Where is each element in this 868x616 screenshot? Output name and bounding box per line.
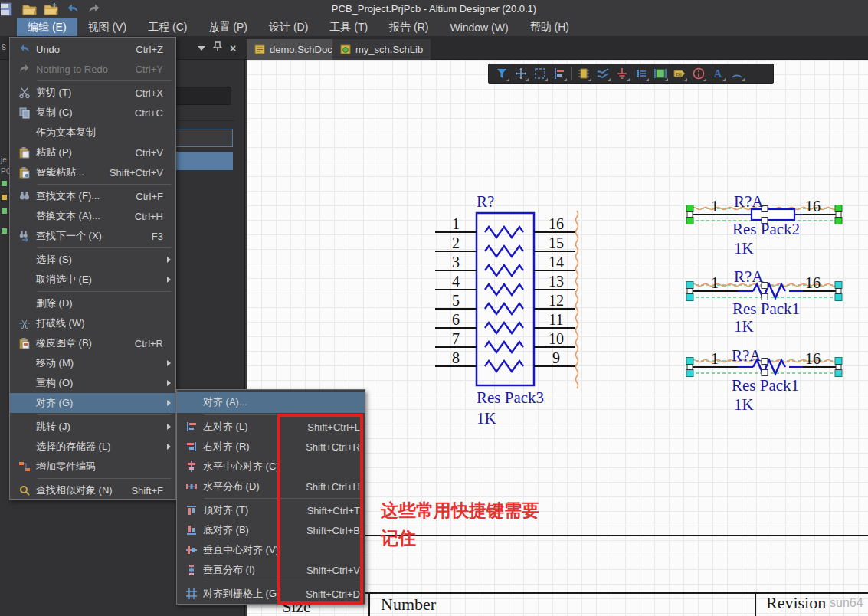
place-part-body-icon[interactable]	[650, 64, 670, 83]
panel-tab-fragment: s	[2, 41, 6, 52]
increment-part-icon	[13, 460, 36, 473]
annotation-highlight-rectangle	[277, 414, 363, 605]
menu-item-find-next[interactable]: 查找下一个 (X)F3	[10, 226, 175, 246]
svg-text:4: 4	[452, 273, 460, 290]
align-top-icon	[180, 504, 203, 516]
menubar-project[interactable]: 工程 (C)	[137, 18, 198, 36]
menu-separator	[38, 291, 171, 292]
menu-item-increment-part-number[interactable]: 增加零件编码	[10, 457, 175, 477]
error-squiggle	[576, 211, 578, 388]
menu-item-redo[interactable]: Nothing to RedoCtrl+Y	[10, 59, 175, 79]
pin-number-left: 1	[711, 274, 719, 291]
menu-item-smart-paste[interactable]: 智能粘贴...Shift+Ctrl+V	[10, 162, 175, 182]
menu-item-copy[interactable]: 复制 (C)Ctrl+C	[10, 103, 175, 123]
component-comment[interactable]: Res Pack1	[732, 300, 800, 319]
component-res-pack3[interactable]: R? 1 2 3 4	[429, 192, 590, 431]
document-icon	[2, 208, 7, 214]
component-value[interactable]: 1K	[734, 395, 754, 414]
menu-item-selection-memory[interactable]: 选择的存储器 (L)	[10, 437, 175, 457]
place-part-icon[interactable]	[574, 64, 593, 83]
panel-edge-fragment: je	[1, 156, 7, 164]
document-icon	[2, 195, 7, 200]
menu-item-refactor[interactable]: 重构 (O)	[10, 373, 175, 393]
place-wire-icon[interactable]	[593, 64, 612, 83]
menu-item-jump[interactable]: 跳转 (J)	[10, 417, 175, 437]
select-area-icon[interactable]	[530, 64, 549, 83]
submenu-arrow-icon	[163, 360, 171, 366]
svg-text:6: 6	[452, 311, 460, 328]
svg-text:7: 7	[452, 330, 460, 347]
menu-item-align[interactable]: 对齐 (G)	[10, 393, 175, 413]
menu-item-replace-text[interactable]: 替换文本 (A)...Ctrl+H	[10, 206, 175, 226]
menu-separator	[38, 80, 171, 81]
menubar-edit[interactable]: 编辑 (E)	[17, 18, 77, 36]
pin-number-right: 16	[805, 274, 821, 291]
menu-item-deselect[interactable]: 取消选中 (E)	[10, 270, 175, 290]
align-hcenter-icon	[180, 460, 203, 473]
edit-menu: UndoCtrl+Z Nothing to RedoCtrl+Y 剪切 (T)C…	[9, 37, 176, 500]
place-net-label-icon[interactable]: D1	[670, 64, 689, 83]
svg-text:8: 8	[452, 349, 460, 366]
active-bar: D1 A	[488, 64, 774, 84]
component-comment[interactable]: Res Pack2	[732, 220, 800, 239]
menu-item-delete[interactable]: 删除 (D)	[10, 293, 175, 313]
place-no-erc-icon[interactable]	[689, 64, 708, 83]
menubar-design[interactable]: 设计 (D)	[258, 18, 319, 36]
menu-item-align-dialog[interactable]: 对齐 (A)...	[177, 392, 365, 413]
filter-icon[interactable]	[492, 64, 511, 83]
align-right-icon	[180, 441, 203, 453]
component-comment[interactable]: Res Pack1	[732, 376, 799, 395]
component-value[interactable]: 1K	[734, 239, 754, 258]
component-value[interactable]: 1K	[734, 317, 754, 336]
place-text-icon[interactable]: A	[708, 64, 727, 83]
component-designator[interactable]: R?A	[734, 267, 764, 287]
submenu-arrow-icon	[163, 400, 171, 406]
find-text-icon	[13, 190, 36, 202]
svg-text:2: 2	[452, 234, 460, 251]
menubar-reports[interactable]: 报告 (R)	[378, 18, 439, 36]
annotation-line1: 这些常用快捷键需要	[381, 499, 539, 523]
altium-designer-window: PCB_Project.PrjPcb - Altium Designer (20…	[0, 0, 868, 616]
tab-demo-schdoc[interactable]: demo.SchDoc *	[247, 39, 346, 60]
distribute-horizontal-icon	[180, 480, 203, 493]
panel-close-icon[interactable]: ×	[230, 44, 236, 53]
component-designator[interactable]: R?A	[732, 346, 762, 365]
svg-text:10: 10	[549, 330, 564, 347]
menu-item-paste[interactable]: 粘贴 (P)Ctrl+V	[10, 143, 175, 162]
component-designator[interactable]: R?A	[734, 192, 764, 211]
respack3-designator: R?	[477, 192, 494, 211]
menu-item-copy-as-text[interactable]: 作为文本复制	[10, 123, 175, 143]
schlib-icon	[340, 44, 351, 54]
place-arc-icon[interactable]	[727, 64, 746, 83]
menu-item-find-similar-objects[interactable]: 查找相似对象 (N)Shift+F	[10, 480, 175, 500]
menu-item-break-wire[interactable]: 打破线 (W)	[10, 313, 175, 333]
cut-icon	[13, 87, 36, 99]
place-power-port-icon[interactable]	[612, 64, 631, 83]
respack3-resistors	[485, 227, 523, 372]
menu-item-select[interactable]: 选择 (S)	[10, 250, 175, 270]
menu-item-move[interactable]: 移动 (M)	[10, 353, 175, 373]
svg-text:14: 14	[549, 254, 564, 270]
align-icon[interactable]	[549, 64, 568, 83]
document-icon	[2, 181, 7, 186]
menubar-help[interactable]: 帮助 (H)	[519, 18, 580, 36]
svg-text:11: 11	[549, 311, 563, 328]
menu-item-rubber-stamp[interactable]: 橡皮图章 (B)Ctrl+R	[10, 333, 175, 353]
menu-item-cut[interactable]: 剪切 (T)Ctrl+X	[10, 83, 175, 103]
svg-text:13: 13	[549, 273, 564, 290]
tab-my-sch-schlib[interactable]: my_sch.SchLib	[332, 39, 431, 60]
menubar-tools[interactable]: 工具 (T)	[319, 18, 378, 36]
menu-item-undo[interactable]: UndoCtrl+Z	[10, 39, 175, 59]
place-pin-icon[interactable]	[631, 64, 650, 83]
panel-menu-icon[interactable]	[198, 46, 205, 51]
menu-separator	[38, 247, 171, 248]
annotation-line2: 记住	[381, 526, 416, 550]
undo-icon	[13, 43, 36, 55]
menubar-place[interactable]: 放置 (P)	[198, 18, 258, 36]
menubar-view[interactable]: 视图 (V)	[77, 18, 138, 36]
menu-item-find-text[interactable]: 查找文本 (F)...Ctrl+F	[10, 186, 175, 206]
menubar-window[interactable]: Window (W)	[439, 18, 519, 36]
submenu-arrow-icon	[163, 444, 171, 450]
panel-pin-icon[interactable]	[213, 41, 222, 55]
move-icon[interactable]	[511, 64, 530, 83]
